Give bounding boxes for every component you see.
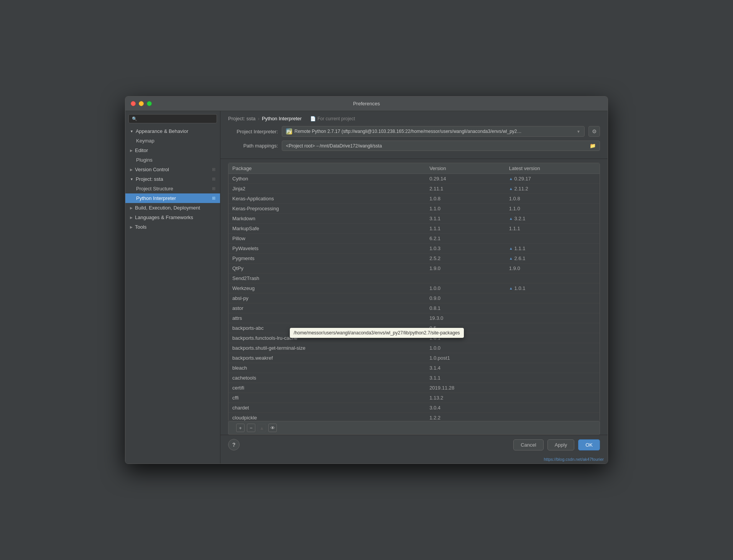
sidebar-item-appearance[interactable]: ▼ Appearance & Behavior: [125, 126, 220, 136]
table-row[interactable]: astor0.8.1: [228, 303, 600, 313]
table-row[interactable]: PyWavelets1.0.3▲1.1.1: [228, 244, 600, 254]
apply-button[interactable]: Apply: [547, 439, 575, 450]
table-row[interactable]: backports.weakref1.0.post1: [228, 353, 600, 363]
upgrade-package-button[interactable]: ▲: [258, 424, 266, 432]
ok-button[interactable]: OK: [578, 439, 600, 450]
interpreter-dropdown[interactable]: Py Remote Python 2.7.17 (sftp://wangli@1…: [282, 126, 585, 137]
package-version: 3.1.4: [426, 363, 505, 373]
table-row[interactable]: Jinja22.11.1▲2.11.2: [228, 184, 600, 194]
close-button[interactable]: [131, 101, 136, 106]
package-name: backports.weakref: [228, 353, 426, 363]
sidebar-item-label: Appearance & Behavior: [136, 128, 188, 134]
package-version: 1.0.8: [426, 194, 505, 204]
tooltip: /home/messor/users/wangli/anaconda3/envs…: [290, 328, 464, 338]
help-button[interactable]: ?: [228, 439, 240, 450]
package-version: 2.5.2: [426, 254, 505, 264]
sidebar-item-label: Project Structure: [136, 186, 173, 192]
table-row[interactable]: cachetools3.1.1: [228, 373, 600, 383]
table-row[interactable]: Keras-Applications1.0.81.0.8: [228, 194, 600, 204]
folder-icon[interactable]: 📁: [590, 143, 596, 149]
table-row[interactable]: cffi1.13.2: [228, 393, 600, 403]
eye-icon: 👁: [270, 425, 275, 431]
table-row[interactable]: Pygments2.5.2▲2.6.1: [228, 254, 600, 264]
package-latest-version: [505, 373, 600, 383]
sidebar-item-tools[interactable]: ▶ Tools: [125, 222, 220, 232]
sidebar-item-python-interpreter[interactable]: Python Interpreter ⊞: [125, 193, 220, 203]
table-row[interactable]: QtPy1.9.01.9.0: [228, 264, 600, 273]
search-box[interactable]: 🔍: [128, 114, 217, 123]
package-version: 1.0.0: [426, 283, 505, 293]
sidebar: 🔍 ▼ Appearance & Behavior Keymap ▶ Edito…: [125, 111, 220, 463]
package-version: 1.0.3: [426, 244, 505, 254]
package-version: 3.1.1: [426, 214, 505, 224]
package-latest-version: ▲0.29.17: [505, 174, 600, 184]
package-latest-version: [505, 403, 600, 413]
package-version: 3.0.4: [426, 403, 505, 413]
package-name: cffi: [228, 393, 426, 403]
package-version: 6.2.1: [426, 234, 505, 244]
package-name: PyWavelets: [228, 244, 426, 254]
show-paths-button[interactable]: 👁: [268, 424, 277, 432]
package-version: 0.29.14: [426, 174, 505, 184]
table-row[interactable]: cloudpickle1.2.2: [228, 413, 600, 422]
chevron-right-icon: ▶: [130, 216, 133, 219]
maximize-button[interactable]: [147, 101, 152, 106]
table-row[interactable]: bleach3.1.4: [228, 363, 600, 373]
chevron-down-icon: ▼: [130, 129, 133, 133]
table-row[interactable]: Send2Trash: [228, 273, 600, 283]
interpreter-label: Project Interpreter:: [228, 129, 278, 134]
table-row[interactable]: chardet3.0.4: [228, 403, 600, 413]
table-row[interactable]: MarkupSafe1.1.11.1.1: [228, 224, 600, 234]
package-table-container[interactable]: Package Version Latest version Cython0.2…: [228, 163, 600, 421]
path-mappings-field[interactable]: <Project root>→/mnt/DataDrive172/wangli/…: [282, 141, 600, 151]
breadcrumb-separator: ›: [258, 116, 260, 121]
table-row[interactable]: Pillow6.2.1: [228, 234, 600, 244]
sidebar-item-languages-frameworks[interactable]: ▶ Languages & Frameworks: [125, 213, 220, 222]
footer: ? Cancel Apply OK: [220, 435, 608, 455]
interpreter-value: Py Remote Python 2.7.17 (sftp://wangli@1…: [286, 128, 522, 134]
package-latest-version: 1.1.1: [505, 224, 600, 234]
package-latest-version: [505, 323, 600, 333]
breadcrumb: Project: ssta › Python Interpreter 📄 For…: [228, 116, 600, 121]
sidebar-item-project-structure[interactable]: Project Structure ⊞: [125, 184, 220, 193]
add-package-button[interactable]: +: [236, 424, 245, 432]
search-input[interactable]: [140, 116, 214, 121]
package-version: 0.9.0: [426, 293, 505, 303]
minimize-button[interactable]: [139, 101, 144, 106]
package-name: attrs: [228, 313, 426, 323]
cancel-button[interactable]: Cancel: [513, 439, 543, 450]
sidebar-item-editor[interactable]: ▶ Editor: [125, 146, 220, 155]
sidebar-item-keymap[interactable]: Keymap: [125, 136, 220, 146]
sidebar-item-project-ssta[interactable]: ▼ Project: ssta ⊞: [125, 174, 220, 184]
sidebar-item-label: Tools: [135, 224, 146, 230]
table-row[interactable]: Cython0.29.14▲0.29.17: [228, 174, 600, 184]
remove-package-button[interactable]: −: [247, 424, 255, 432]
package-latest-version: ▲2.6.1: [505, 254, 600, 264]
copy-icon: ⊞: [212, 167, 215, 172]
table-row[interactable]: Keras-Preprocessing1.1.01.1.0: [228, 204, 600, 214]
table-row[interactable]: absl-py0.9.0: [228, 293, 600, 303]
footer-link[interactable]: https://blog.csdn.net/ak47fourier: [544, 457, 604, 462]
col-package: Package: [228, 163, 426, 174]
document-icon: 📄: [310, 116, 316, 121]
sidebar-item-plugins[interactable]: Plugins: [125, 155, 220, 165]
package-latest-version: [505, 293, 600, 303]
update-arrow-icon: ▲: [509, 256, 513, 260]
update-arrow-icon: ▲: [509, 187, 513, 191]
sidebar-item-build-execution[interactable]: ▶ Build, Execution, Deployment: [125, 203, 220, 213]
table-row[interactable]: Werkzeug1.0.0▲1.0.1: [228, 283, 600, 293]
package-name: Keras-Preprocessing: [228, 204, 426, 214]
copy-icon: ⊞: [212, 177, 215, 182]
gear-button[interactable]: ⚙: [588, 126, 600, 137]
table-row[interactable]: Markdown3.1.1▲3.2.1: [228, 214, 600, 224]
package-name: QtPy: [228, 264, 426, 273]
table-row[interactable]: attrs19.3.0: [228, 313, 600, 323]
package-version: 19.3.0: [426, 313, 505, 323]
table-row[interactable]: certifi2019.11.28: [228, 383, 600, 393]
minus-icon: −: [250, 425, 253, 431]
table-row[interactable]: backports.shutil-get-terminal-size1.0.0: [228, 343, 600, 353]
sidebar-item-version-control[interactable]: ▶ Version Control ⊞: [125, 165, 220, 174]
breadcrumb-project: Project: ssta: [228, 116, 256, 121]
package-latest-version: ▲1.1.1: [505, 244, 600, 254]
for-current-project: 📄 For current project: [310, 116, 355, 121]
